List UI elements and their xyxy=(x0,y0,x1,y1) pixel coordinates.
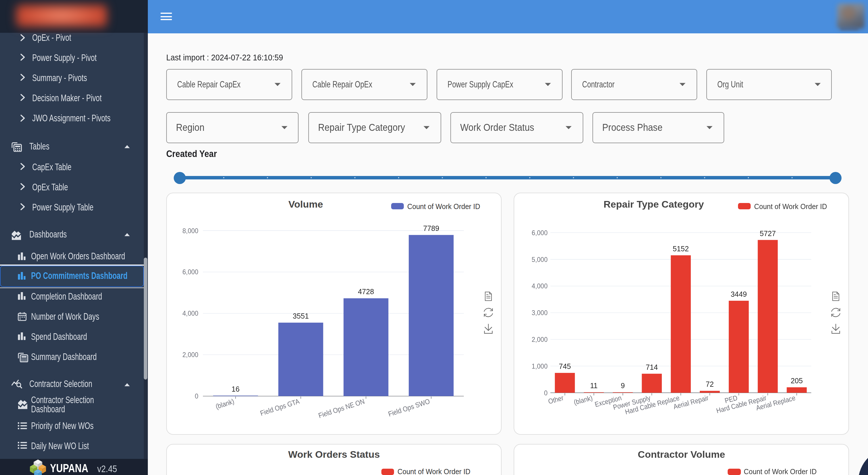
svg-text:Field Ops SWO: Field Ops SWO xyxy=(387,397,431,418)
svg-text:(blank): (blank) xyxy=(215,397,235,410)
svg-text:Other: Other xyxy=(548,393,565,405)
svg-text:Field Ops GTA: Field Ops GTA xyxy=(259,397,301,417)
svg-text:5152: 5152 xyxy=(673,244,689,252)
svg-text:8,000: 8,000 xyxy=(182,227,198,234)
svg-text:0: 0 xyxy=(544,389,548,397)
svg-text:9: 9 xyxy=(621,381,625,389)
svg-text:11: 11 xyxy=(590,381,598,389)
svg-text:2,000: 2,000 xyxy=(532,335,548,343)
svg-text:4,000: 4,000 xyxy=(532,282,548,289)
svg-text:2,000: 2,000 xyxy=(182,350,198,358)
svg-text:205: 205 xyxy=(791,376,803,384)
svg-text:6,000: 6,000 xyxy=(532,229,548,236)
svg-text:16: 16 xyxy=(231,385,240,393)
svg-text:3449: 3449 xyxy=(731,290,747,298)
svg-text:3551: 3551 xyxy=(293,312,309,320)
svg-text:72: 72 xyxy=(706,380,714,388)
svg-text:3,000: 3,000 xyxy=(532,309,548,316)
svg-text:745: 745 xyxy=(559,362,571,370)
svg-text:Field Ops NE ON: Field Ops NE ON xyxy=(317,397,366,419)
svg-text:714: 714 xyxy=(646,363,658,371)
svg-text:7789: 7789 xyxy=(423,224,439,232)
svg-text:1,000: 1,000 xyxy=(532,362,548,370)
svg-text:5,000: 5,000 xyxy=(532,255,548,263)
svg-text:0: 0 xyxy=(195,392,198,400)
svg-text:4,000: 4,000 xyxy=(182,309,198,317)
svg-text:5727: 5727 xyxy=(760,229,776,237)
svg-text:4728: 4728 xyxy=(358,287,374,295)
svg-text:6,000: 6,000 xyxy=(182,268,198,276)
svg-text:(blank): (blank) xyxy=(573,393,594,406)
